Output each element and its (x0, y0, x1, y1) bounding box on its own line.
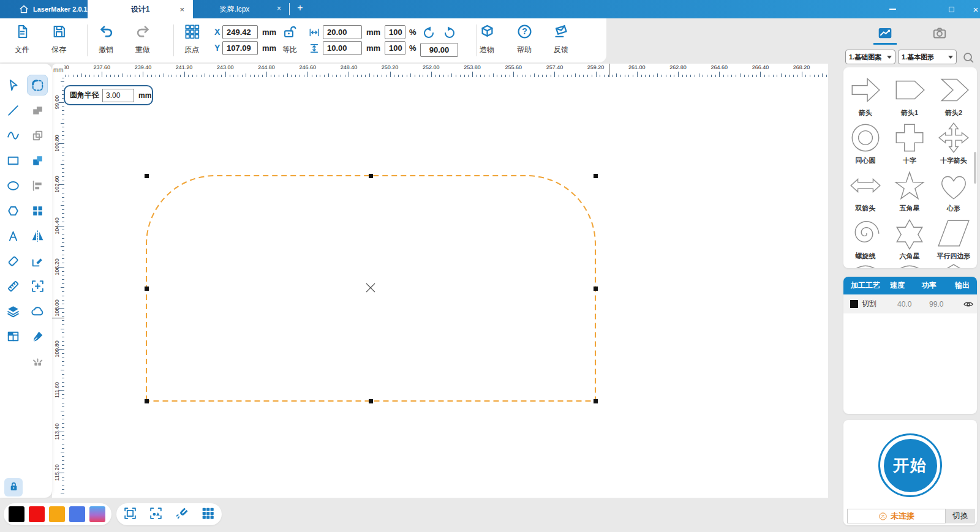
selection-handle[interactable] (145, 174, 149, 178)
save-button[interactable]: 保存 (42, 23, 76, 59)
color-swatch[interactable] (49, 506, 65, 522)
radius-input[interactable]: 3.00 (102, 89, 134, 102)
selection-handle[interactable] (594, 174, 598, 178)
combine-tool[interactable] (27, 125, 48, 146)
break-link-tool[interactable] (27, 351, 48, 372)
gallery-item[interactable] (932, 263, 976, 268)
measure-tool[interactable] (2, 275, 23, 296)
magnet-icon[interactable] (175, 506, 190, 523)
table-tool[interactable] (2, 326, 23, 347)
selection-handle[interactable] (369, 399, 373, 403)
rounded-rect-tool[interactable] (27, 75, 48, 96)
width-input[interactable]: 20.00 (323, 25, 362, 39)
gallery-item[interactable]: 同心圆 (843, 120, 888, 168)
ruler-tick (62, 135, 65, 136)
rotate-input[interactable]: 90.00 (420, 43, 458, 57)
rotate-cw-icon[interactable] (442, 26, 457, 40)
selection-handle[interactable] (145, 399, 149, 403)
ruler-tick (98, 75, 99, 78)
selection-handle[interactable] (369, 174, 373, 178)
gallery-item[interactable]: 箭头1 (888, 72, 932, 120)
gallery-item[interactable]: 双箭头 (843, 168, 888, 215)
gallery-item[interactable]: 心形 (932, 168, 976, 215)
select-tool[interactable] (2, 75, 23, 96)
eraser-tool[interactable] (2, 250, 23, 271)
width-percent-input[interactable]: 100 (385, 25, 405, 39)
rotate-ccw-icon[interactable] (421, 26, 436, 40)
table-row[interactable]: 切割 40.0 99.0 (843, 294, 977, 313)
aspect-lock-button[interactable]: 等比 (273, 23, 307, 59)
color-swatch[interactable] (69, 506, 85, 522)
ellipse-tool[interactable] (2, 175, 23, 196)
x-input[interactable]: 249.42 (222, 25, 258, 39)
line-tool[interactable] (2, 100, 23, 121)
feedback-button[interactable]: 反馈 (544, 23, 578, 59)
gallery-item[interactable]: 十字箭头 (932, 120, 976, 168)
array-tool[interactable] (27, 200, 48, 221)
height-input[interactable]: 10.00 (323, 41, 362, 55)
close-button[interactable]: × (965, 0, 980, 18)
mirror-tool[interactable] (27, 225, 48, 246)
gallery-item[interactable] (888, 263, 932, 268)
color-swatch[interactable] (29, 506, 45, 522)
frame-icon[interactable] (123, 506, 138, 523)
text-tool[interactable] (2, 225, 23, 246)
gallery-item[interactable]: 十字 (888, 120, 932, 168)
rectangle-tool[interactable] (2, 150, 23, 171)
switch-device-button[interactable]: 切换 (946, 509, 975, 523)
category-dropdown[interactable]: 1.基础图案 (845, 50, 895, 64)
minimize-button[interactable] (882, 0, 903, 18)
gallery-item[interactable]: 螺旋线 (843, 215, 888, 263)
fit-selection-icon[interactable] (148, 506, 164, 523)
eye-icon[interactable] (962, 298, 974, 310)
lock-button[interactable] (4, 478, 23, 496)
scrollbar[interactable] (974, 152, 976, 184)
tab-close-icon[interactable]: × (179, 5, 184, 14)
boolean-tool[interactable] (27, 150, 48, 171)
search-icon[interactable] (962, 51, 975, 64)
height-percent-input[interactable]: 100 (385, 41, 405, 55)
selection-handle[interactable] (594, 287, 598, 291)
start-button[interactable]: 开始 (878, 433, 942, 497)
shape-class-dropdown[interactable]: 1.基本图形 (898, 50, 957, 64)
weld-tool[interactable] (27, 100, 48, 121)
layers-tool[interactable] (2, 301, 23, 321)
new-tab-button[interactable]: + (294, 2, 306, 13)
undo-button[interactable]: 撤销 (89, 23, 123, 59)
pen-tool[interactable] (27, 326, 48, 347)
curve-tool[interactable] (2, 125, 23, 146)
tab-camera[interactable] (932, 25, 950, 41)
tab-design1[interactable]: 设计1 × (88, 0, 193, 18)
maximize-button[interactable] (941, 0, 962, 18)
y-input[interactable]: 107.09 (222, 41, 258, 55)
selection-handle[interactable] (594, 399, 598, 403)
gallery-item[interactable]: 箭头 (843, 72, 888, 120)
ruler-tick (62, 440, 65, 440)
selection-handle[interactable] (145, 287, 149, 291)
node-edit-tool[interactable] (27, 250, 48, 271)
gallery-item[interactable]: 六角星 (888, 215, 932, 263)
polygon-tool[interactable] (2, 200, 23, 221)
ruler-tick (484, 75, 485, 78)
color-swatch[interactable] (89, 506, 105, 522)
file-button[interactable]: 文件 (5, 23, 39, 59)
gallery-item[interactable]: 五角星 (888, 168, 932, 215)
create-button[interactable]: 造物 (470, 23, 504, 59)
color-swatch[interactable] (9, 506, 24, 522)
align-tool[interactable] (27, 175, 48, 196)
tab-close-icon[interactable]: × (277, 4, 281, 13)
gallery-item[interactable]: 箭头2 (932, 72, 976, 120)
grid-icon[interactable] (200, 506, 216, 523)
origin-button[interactable]: 原点 (175, 23, 209, 59)
redo-button[interactable]: 重做 (126, 23, 160, 59)
gallery-item[interactable]: 平行四边形 (932, 215, 976, 263)
home-icon[interactable] (18, 4, 29, 15)
ruler-tick (554, 72, 555, 77)
center-tool[interactable] (27, 275, 48, 296)
tab-gallery[interactable] (877, 25, 895, 41)
help-button[interactable]: ? 帮助 (507, 23, 541, 59)
tab-file[interactable]: 奖牌.lcpx (195, 0, 274, 18)
cloud-tool[interactable] (27, 301, 48, 321)
gallery-item[interactable] (843, 263, 888, 268)
ruler-tick (262, 75, 263, 78)
